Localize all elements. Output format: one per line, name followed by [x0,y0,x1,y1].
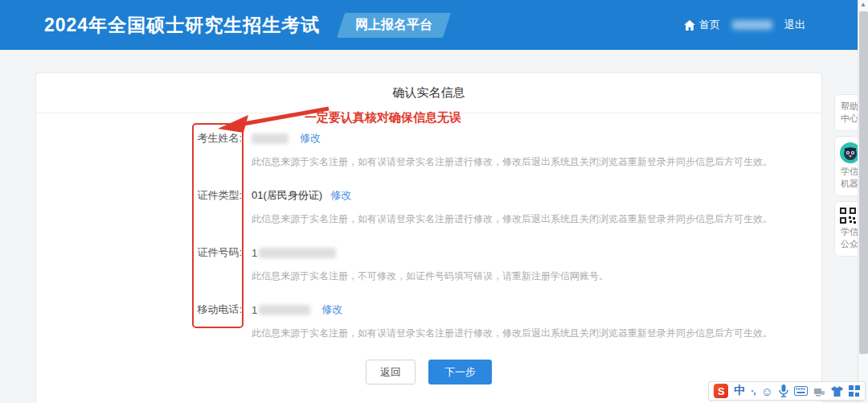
qrcode-widget[interactable]: 学信公众 [834,201,858,257]
scrollbar-thumb[interactable] [859,11,868,354]
ime-toolbar: S 中 ·, ☺ [708,381,866,401]
nav-logout[interactable]: 退出 [784,18,805,32]
header-nav: 首页 退出 [684,18,805,32]
qr-code-icon [840,208,856,224]
username-redacted [732,20,772,30]
modify-name-link[interactable]: 修改 [300,131,321,146]
qrcode-label: 学信公众 [841,226,858,250]
id-number-value-redacted [259,248,336,258]
scrollbar[interactable]: ▲ [858,0,868,403]
row-mobile-phone: 移动电话: 1 修改 此信息来源于实名注册，如有误请登录实名注册进行修改，修改后… [36,302,821,339]
app-header: 2024年全国硕士研究生招生考试 网上报名平台 首页 退出 [0,0,868,50]
id-number-prefix: 1 [252,247,257,259]
toolbox-icon[interactable] [813,386,825,397]
mobile-phone-value-redacted [259,305,310,315]
microphone-icon[interactable] [779,384,788,397]
skin-shirt-icon[interactable] [831,386,843,397]
keyboard-icon[interactable] [794,386,808,396]
nav-home-label: 首页 [699,18,720,32]
emoji-icon[interactable]: ☺ [761,384,773,398]
side-widget-stack: 帮助中心 学信机器 学信公众 [834,94,858,261]
row-id-type: 证件类型: 01(居民身份证) 修改 此信息来源于实名注册，如有误请登录实名注册… [36,188,821,224]
mobile-phone-note: 此信息来源于实名注册，如有误请登录实名注册进行修改，修改后退出系统且关闭浏览器重… [252,327,772,339]
candidate-name-label: 考生姓名: [36,131,242,167]
candidate-name-value-redacted [252,134,289,144]
chatbot-widget[interactable]: 学信机器 [834,136,858,196]
card-header: 确认实名信息 [36,73,821,113]
button-row: 返回 下一步 [36,360,821,384]
modify-id-type-link[interactable]: 修改 [330,188,351,203]
back-button[interactable]: 返回 [366,360,416,384]
id-type-label: 证件类型: [36,188,242,224]
id-number-note: 此信息来源于实名注册，不可修改，如证件号码填写错误，请重新注册学信网账号。 [252,270,608,282]
app-title: 2024年全国硕士研究生招生考试 [44,13,320,38]
chatbot-label: 学信机器 [841,166,858,190]
id-type-value: 01(居民身份证) [252,188,322,203]
ime-mode-chinese[interactable]: 中 [734,384,745,398]
help-center-widget[interactable]: 帮助中心 [834,94,858,131]
mobile-phone-label: 移动电话: [36,302,242,339]
row-candidate-name: 考生姓名: 修改 此信息来源于实名注册，如有误请登录实名注册进行修改，修改后退出… [36,131,821,167]
id-type-note: 此信息来源于实名注册，如有误请登录实名注册进行修改，修改后退出系统且关闭浏览器重… [252,213,772,224]
mobile-phone-prefix: 1 [252,304,257,316]
modify-phone-link[interactable]: 修改 [321,302,342,317]
mascot-icon [840,142,858,163]
ime-punctuation-icon[interactable]: ·, [751,385,755,397]
id-number-label: 证件号码: [36,245,242,282]
nav-home[interactable]: 首页 [684,18,720,32]
scrollbar-up-arrow[interactable]: ▲ [858,1,868,8]
confirm-info-card: 确认实名信息 考生姓名: 修改 此信息来源于实名注册，如有误请登录实名注册进行修… [35,72,822,403]
card-body: 考生姓名: 修改 此信息来源于实名注册，如有误请登录实名注册进行修改，修改后退出… [36,113,821,384]
help-center-label: 帮助中心 [841,101,858,125]
platform-badge-label: 网上报名平台 [355,17,432,34]
sogou-logo-icon[interactable]: S [714,384,728,398]
page-title: 确认实名信息 [393,85,465,101]
candidate-name-note: 此信息来源于实名注册，如有误请登录实名注册进行修改，修改后退出系统且关闭浏览器重… [252,156,772,167]
grid-menu-icon[interactable] [849,385,860,397]
home-icon [684,20,695,31]
next-step-button[interactable]: 下一步 [428,360,492,384]
row-id-number: 证件号码: 1 此信息来源于实名注册，不可修改，如证件号码填写错误，请重新注册学… [36,245,821,282]
platform-badge: 网上报名平台 [337,13,451,38]
